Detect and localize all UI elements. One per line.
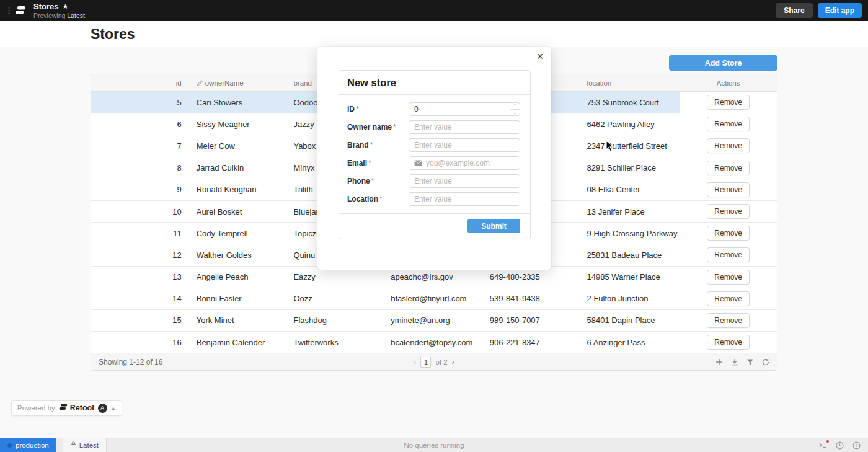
- field-row-phone: Phone*: [347, 174, 520, 188]
- remove-button[interactable]: Remove: [707, 247, 750, 262]
- stepper-down-icon[interactable]: ⌄: [510, 110, 520, 116]
- help-icon[interactable]: ?: [852, 441, 861, 450]
- remove-button[interactable]: Remove: [707, 95, 750, 110]
- remove-button[interactable]: Remove: [707, 138, 750, 153]
- history-icon[interactable]: [836, 441, 844, 450]
- number-stepper[interactable]: ⌃⌄: [510, 103, 520, 115]
- table-cell-id: 6: [91, 113, 190, 135]
- chevron-left-icon[interactable]: ‹: [414, 357, 416, 366]
- field-label: ID*: [347, 105, 409, 113]
- table-row[interactable]: 15York MinetFlashdogyminete@un.org989-15…: [91, 310, 777, 332]
- field-input-brand[interactable]: [409, 139, 520, 151]
- table-cell-actions: Remove: [680, 92, 777, 113]
- stepper-up-icon[interactable]: ⌃: [510, 103, 520, 110]
- field-input-id[interactable]: [409, 103, 510, 115]
- required-asterisk: *: [368, 159, 371, 167]
- input-box: [409, 138, 520, 152]
- table-cell-location: 58401 Dapin Place: [581, 310, 680, 331]
- table-cell-location: 8291 Schiller Place: [581, 157, 680, 179]
- table-cell-location: 14985 Warner Place: [581, 267, 680, 288]
- retool-logo: [15, 6, 26, 16]
- download-icon[interactable]: [731, 358, 738, 366]
- remove-button[interactable]: Remove: [707, 335, 750, 350]
- modal-title: New store: [339, 71, 530, 95]
- field-input-email[interactable]: [422, 157, 520, 169]
- refresh-icon[interactable]: [762, 358, 769, 366]
- field-label: Brand*: [347, 141, 409, 149]
- table-cell-owner: Aurel Bosket: [190, 201, 288, 222]
- field-input-phone[interactable]: [409, 175, 520, 187]
- table-cell-actions: Remove: [680, 223, 777, 244]
- share-button[interactable]: Share: [776, 3, 812, 18]
- table-cell-id: 10: [91, 201, 190, 222]
- page-title: Stores: [91, 26, 135, 43]
- kebab-menu-icon[interactable]: ⋮: [5, 7, 10, 14]
- required-asterisk: *: [370, 141, 373, 149]
- required-asterisk: *: [356, 105, 359, 113]
- table-cell-actions: Remove: [680, 310, 777, 331]
- field-input-location[interactable]: [409, 193, 520, 205]
- table-cell-phone: 539-841-9438: [484, 288, 581, 309]
- table-cell-owner: Benjamin Calender: [190, 332, 288, 353]
- remove-button[interactable]: Remove: [707, 182, 750, 197]
- field-input-owner-name[interactable]: [409, 121, 520, 133]
- submit-button[interactable]: Submit: [467, 219, 520, 233]
- field-row-owner-name: Owner name*: [347, 120, 520, 134]
- filter-icon[interactable]: [746, 358, 754, 366]
- table-cell-location: 2347 Butterfield Street: [581, 135, 680, 156]
- table-cell-owner: York Minet: [190, 310, 288, 331]
- table-row[interactable]: 16Benjamin CalenderTwitterworksbcalender…: [91, 332, 777, 353]
- remove-button[interactable]: Remove: [707, 313, 750, 328]
- retool-logo: [59, 404, 68, 413]
- table-cell-location: 25831 Badeau Place: [581, 244, 680, 265]
- edit-app-button[interactable]: Edit app: [818, 3, 862, 18]
- required-asterisk: *: [379, 195, 383, 203]
- table-cell-id: 7: [91, 135, 190, 156]
- star-icon[interactable]: ★: [62, 3, 68, 10]
- avatar[interactable]: A: [98, 404, 107, 413]
- table-cell-brand: Twitterworks: [287, 332, 384, 353]
- table-cell-actions: Remove: [680, 244, 777, 265]
- table-cell-email: bcalenderf@topsy.com: [384, 332, 484, 353]
- table-cell-actions: Remove: [680, 135, 777, 156]
- powered-by-badge[interactable]: Powered by Retool A ▲: [11, 400, 122, 416]
- page-number-input[interactable]: 1: [420, 357, 431, 368]
- column-header-id[interactable]: id: [91, 79, 190, 87]
- table-cell-owner: Cody Temprell: [190, 223, 288, 244]
- remove-button[interactable]: Remove: [707, 226, 750, 241]
- table-cell-id: 8: [91, 157, 190, 179]
- table-row[interactable]: 14Bonni FaslerOozzbfaslerd@tinyurl.com53…: [91, 288, 777, 310]
- new-store-modal: ✕ New store ID*⌃⌄Owner name*Brand*Email*…: [317, 47, 551, 270]
- column-header-actions[interactable]: Actions: [680, 79, 777, 87]
- table-cell-id: 16: [91, 332, 190, 353]
- close-icon[interactable]: ✕: [536, 51, 544, 61]
- table-cell-location: 6462 Pawling Alley: [581, 113, 680, 135]
- field-row-location: Location*: [347, 192, 520, 206]
- remove-button[interactable]: Remove: [707, 161, 750, 175]
- table-cell-id: 9: [91, 179, 190, 200]
- branch-tab[interactable]: Latest: [63, 438, 107, 452]
- remove-button[interactable]: Remove: [707, 291, 750, 306]
- version-link[interactable]: Latest: [67, 12, 85, 19]
- table-cell-actions: Remove: [680, 157, 777, 179]
- field-label: Location*: [347, 195, 409, 203]
- debug-icon[interactable]: [819, 441, 827, 449]
- remove-button[interactable]: Remove: [707, 117, 750, 131]
- add-store-button[interactable]: Add Store: [669, 55, 777, 71]
- table-cell-id: 14: [91, 288, 190, 309]
- field-row-id: ID*⌃⌄: [347, 102, 520, 116]
- input-box: [409, 120, 520, 134]
- remove-button[interactable]: Remove: [707, 270, 750, 285]
- remove-button[interactable]: Remove: [707, 204, 750, 219]
- field-row-email: Email*: [347, 156, 520, 170]
- table-cell-brand: Oozz: [287, 288, 384, 309]
- column-header-owner[interactable]: ownerName: [190, 79, 288, 87]
- chevron-right-icon[interactable]: ›: [452, 357, 454, 366]
- table-cell-owner: Bonni Fasler: [190, 288, 288, 309]
- notification-dot: [826, 440, 829, 443]
- environment-tab[interactable]: production: [0, 438, 56, 452]
- column-header-location[interactable]: location: [581, 79, 680, 87]
- table-cell-phone: 906-221-8347: [484, 332, 581, 353]
- plus-icon[interactable]: [715, 358, 723, 366]
- app-title: Stores: [33, 2, 58, 11]
